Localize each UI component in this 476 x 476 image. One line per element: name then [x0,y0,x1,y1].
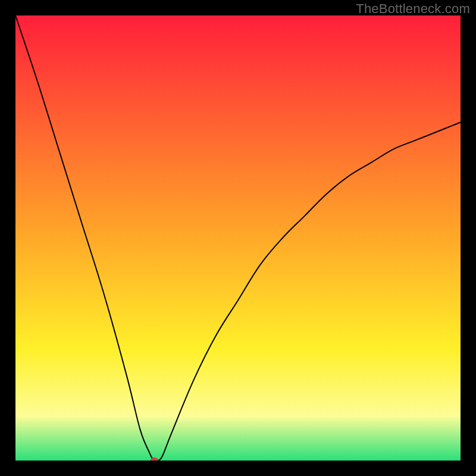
plot-background [15,15,461,461]
watermark-text: TheBottleneck.com [356,1,470,17]
chart-container: TheBottleneck.com [0,0,476,476]
chart-svg [0,0,476,476]
